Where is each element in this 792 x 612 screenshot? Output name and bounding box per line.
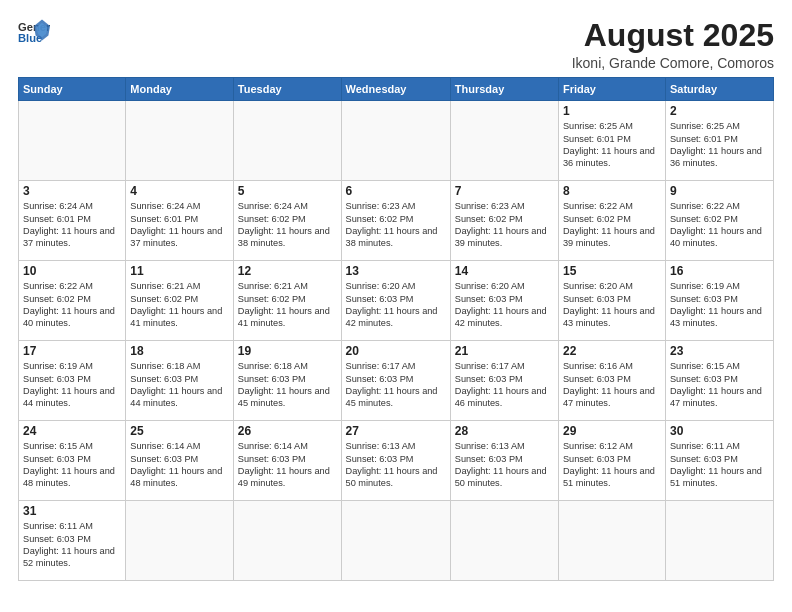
day-info: Sunrise: 6:11 AM Sunset: 6:03 PM Dayligh… — [23, 520, 121, 570]
day-number: 22 — [563, 344, 661, 358]
day-info: Sunrise: 6:14 AM Sunset: 6:03 PM Dayligh… — [130, 440, 229, 490]
day-info: Sunrise: 6:25 AM Sunset: 6:01 PM Dayligh… — [670, 120, 769, 170]
calendar-week-row: 3Sunrise: 6:24 AM Sunset: 6:01 PM Daylig… — [19, 181, 774, 261]
calendar-cell: 6Sunrise: 6:23 AM Sunset: 6:02 PM Daylig… — [341, 181, 450, 261]
calendar-cell — [450, 101, 558, 181]
calendar-cell: 14Sunrise: 6:20 AM Sunset: 6:03 PM Dayli… — [450, 261, 558, 341]
calendar-cell: 20Sunrise: 6:17 AM Sunset: 6:03 PM Dayli… — [341, 341, 450, 421]
calendar-cell — [126, 501, 234, 581]
day-info: Sunrise: 6:25 AM Sunset: 6:01 PM Dayligh… — [563, 120, 661, 170]
day-info: Sunrise: 6:13 AM Sunset: 6:03 PM Dayligh… — [346, 440, 446, 490]
day-info: Sunrise: 6:21 AM Sunset: 6:02 PM Dayligh… — [130, 280, 229, 330]
calendar-cell: 11Sunrise: 6:21 AM Sunset: 6:02 PM Dayli… — [126, 261, 234, 341]
calendar-cell — [233, 101, 341, 181]
calendar-cell: 10Sunrise: 6:22 AM Sunset: 6:02 PM Dayli… — [19, 261, 126, 341]
calendar-table: SundayMondayTuesdayWednesdayThursdayFrid… — [18, 77, 774, 581]
calendar-cell: 5Sunrise: 6:24 AM Sunset: 6:02 PM Daylig… — [233, 181, 341, 261]
day-number: 26 — [238, 424, 337, 438]
subtitle: Ikoni, Grande Comore, Comoros — [572, 55, 774, 71]
calendar-cell: 12Sunrise: 6:21 AM Sunset: 6:02 PM Dayli… — [233, 261, 341, 341]
day-number: 10 — [23, 264, 121, 278]
weekday-header-tuesday: Tuesday — [233, 78, 341, 101]
calendar-cell — [126, 101, 234, 181]
day-info: Sunrise: 6:21 AM Sunset: 6:02 PM Dayligh… — [238, 280, 337, 330]
day-number: 20 — [346, 344, 446, 358]
day-info: Sunrise: 6:19 AM Sunset: 6:03 PM Dayligh… — [670, 280, 769, 330]
weekday-header-saturday: Saturday — [665, 78, 773, 101]
calendar-cell: 24Sunrise: 6:15 AM Sunset: 6:03 PM Dayli… — [19, 421, 126, 501]
day-info: Sunrise: 6:24 AM Sunset: 6:01 PM Dayligh… — [23, 200, 121, 250]
calendar-cell — [233, 501, 341, 581]
day-info: Sunrise: 6:18 AM Sunset: 6:03 PM Dayligh… — [238, 360, 337, 410]
day-info: Sunrise: 6:15 AM Sunset: 6:03 PM Dayligh… — [670, 360, 769, 410]
calendar-cell: 25Sunrise: 6:14 AM Sunset: 6:03 PM Dayli… — [126, 421, 234, 501]
day-info: Sunrise: 6:22 AM Sunset: 6:02 PM Dayligh… — [670, 200, 769, 250]
day-info: Sunrise: 6:17 AM Sunset: 6:03 PM Dayligh… — [455, 360, 554, 410]
calendar-cell — [341, 101, 450, 181]
day-info: Sunrise: 6:12 AM Sunset: 6:03 PM Dayligh… — [563, 440, 661, 490]
title-block: August 2025 Ikoni, Grande Comore, Comoro… — [572, 18, 774, 71]
calendar-cell: 17Sunrise: 6:19 AM Sunset: 6:03 PM Dayli… — [19, 341, 126, 421]
day-number: 12 — [238, 264, 337, 278]
weekday-header-sunday: Sunday — [19, 78, 126, 101]
day-info: Sunrise: 6:20 AM Sunset: 6:03 PM Dayligh… — [346, 280, 446, 330]
day-info: Sunrise: 6:11 AM Sunset: 6:03 PM Dayligh… — [670, 440, 769, 490]
day-number: 14 — [455, 264, 554, 278]
calendar-cell — [19, 101, 126, 181]
day-info: Sunrise: 6:20 AM Sunset: 6:03 PM Dayligh… — [455, 280, 554, 330]
day-number: 31 — [23, 504, 121, 518]
calendar-cell — [558, 501, 665, 581]
calendar-cell: 23Sunrise: 6:15 AM Sunset: 6:03 PM Dayli… — [665, 341, 773, 421]
calendar-cell: 28Sunrise: 6:13 AM Sunset: 6:03 PM Dayli… — [450, 421, 558, 501]
generalblue-logo-icon: General Blue — [18, 18, 50, 46]
day-number: 6 — [346, 184, 446, 198]
calendar-cell: 29Sunrise: 6:12 AM Sunset: 6:03 PM Dayli… — [558, 421, 665, 501]
calendar-cell: 4Sunrise: 6:24 AM Sunset: 6:01 PM Daylig… — [126, 181, 234, 261]
day-info: Sunrise: 6:16 AM Sunset: 6:03 PM Dayligh… — [563, 360, 661, 410]
main-title: August 2025 — [572, 18, 774, 53]
day-number: 18 — [130, 344, 229, 358]
weekday-header-thursday: Thursday — [450, 78, 558, 101]
calendar-week-row: 31Sunrise: 6:11 AM Sunset: 6:03 PM Dayli… — [19, 501, 774, 581]
calendar-cell: 7Sunrise: 6:23 AM Sunset: 6:02 PM Daylig… — [450, 181, 558, 261]
day-info: Sunrise: 6:18 AM Sunset: 6:03 PM Dayligh… — [130, 360, 229, 410]
weekday-header-wednesday: Wednesday — [341, 78, 450, 101]
day-info: Sunrise: 6:24 AM Sunset: 6:02 PM Dayligh… — [238, 200, 337, 250]
day-number: 2 — [670, 104, 769, 118]
day-info: Sunrise: 6:19 AM Sunset: 6:03 PM Dayligh… — [23, 360, 121, 410]
calendar-cell — [450, 501, 558, 581]
day-number: 8 — [563, 184, 661, 198]
weekday-header-monday: Monday — [126, 78, 234, 101]
weekday-header-friday: Friday — [558, 78, 665, 101]
day-number: 28 — [455, 424, 554, 438]
day-number: 17 — [23, 344, 121, 358]
day-number: 4 — [130, 184, 229, 198]
day-info: Sunrise: 6:22 AM Sunset: 6:02 PM Dayligh… — [23, 280, 121, 330]
day-info: Sunrise: 6:17 AM Sunset: 6:03 PM Dayligh… — [346, 360, 446, 410]
day-info: Sunrise: 6:14 AM Sunset: 6:03 PM Dayligh… — [238, 440, 337, 490]
day-number: 23 — [670, 344, 769, 358]
calendar-cell — [341, 501, 450, 581]
day-info: Sunrise: 6:15 AM Sunset: 6:03 PM Dayligh… — [23, 440, 121, 490]
day-number: 16 — [670, 264, 769, 278]
day-number: 27 — [346, 424, 446, 438]
calendar-cell — [665, 501, 773, 581]
calendar-week-row: 10Sunrise: 6:22 AM Sunset: 6:02 PM Dayli… — [19, 261, 774, 341]
logo: General Blue — [18, 18, 50, 46]
day-info: Sunrise: 6:22 AM Sunset: 6:02 PM Dayligh… — [563, 200, 661, 250]
calendar-cell: 16Sunrise: 6:19 AM Sunset: 6:03 PM Dayli… — [665, 261, 773, 341]
header: General Blue August 2025 Ikoni, Grande C… — [18, 18, 774, 71]
calendar-cell: 27Sunrise: 6:13 AM Sunset: 6:03 PM Dayli… — [341, 421, 450, 501]
calendar-cell: 31Sunrise: 6:11 AM Sunset: 6:03 PM Dayli… — [19, 501, 126, 581]
calendar-week-row: 24Sunrise: 6:15 AM Sunset: 6:03 PM Dayli… — [19, 421, 774, 501]
calendar-cell: 18Sunrise: 6:18 AM Sunset: 6:03 PM Dayli… — [126, 341, 234, 421]
weekday-header-row: SundayMondayTuesdayWednesdayThursdayFrid… — [19, 78, 774, 101]
calendar-cell: 30Sunrise: 6:11 AM Sunset: 6:03 PM Dayli… — [665, 421, 773, 501]
day-number: 1 — [563, 104, 661, 118]
calendar-week-row: 17Sunrise: 6:19 AM Sunset: 6:03 PM Dayli… — [19, 341, 774, 421]
day-number: 30 — [670, 424, 769, 438]
calendar-body: 1Sunrise: 6:25 AM Sunset: 6:01 PM Daylig… — [19, 101, 774, 581]
day-number: 5 — [238, 184, 337, 198]
calendar-week-row: 1Sunrise: 6:25 AM Sunset: 6:01 PM Daylig… — [19, 101, 774, 181]
day-number: 19 — [238, 344, 337, 358]
